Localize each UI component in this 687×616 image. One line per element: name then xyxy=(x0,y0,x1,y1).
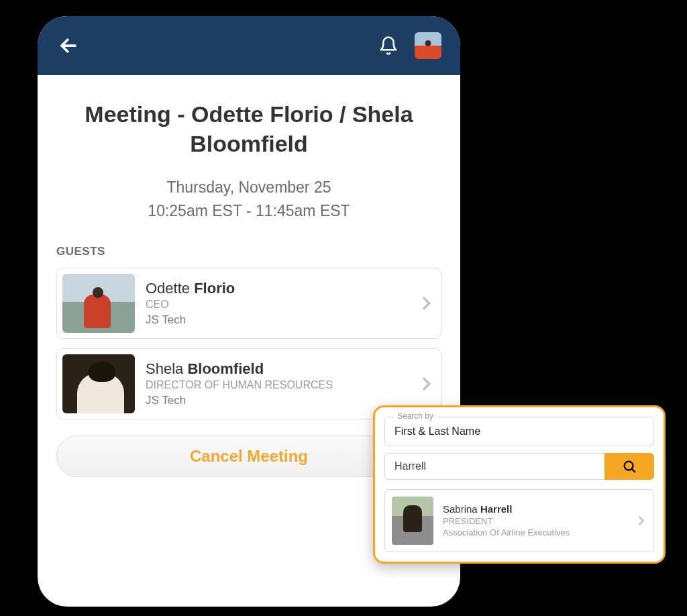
result-avatar xyxy=(392,497,433,545)
search-mode-select[interactable]: Search by First & Last Name xyxy=(384,417,654,446)
result-org: Association Of Airline Executives xyxy=(443,527,627,539)
back-button[interactable] xyxy=(56,34,81,58)
guest-company: JS Tech xyxy=(146,313,409,327)
svg-line-2 xyxy=(632,469,635,472)
search-mode-value: First & Last Name xyxy=(394,425,644,438)
chevron-right-icon xyxy=(417,297,431,310)
result-role: PRESIDENT xyxy=(443,516,627,526)
guest-name: Odette Florio xyxy=(146,280,409,297)
bell-icon xyxy=(378,36,399,56)
chevron-right-icon xyxy=(417,377,431,391)
guest-name: Shela Bloomfield xyxy=(146,360,409,378)
search-result-row[interactable]: Sabrina Harrell PRESIDENT Association Of… xyxy=(384,489,654,552)
arrow-left-icon xyxy=(58,36,78,56)
search-icon xyxy=(622,459,637,474)
header-actions xyxy=(378,32,441,59)
search-button[interactable] xyxy=(604,453,654,480)
guests-label: GUESTS xyxy=(56,245,441,258)
app-header xyxy=(38,16,460,75)
guest-avatar xyxy=(62,274,135,333)
guest-row[interactable]: Odette Florio CEO JS Tech xyxy=(56,268,441,339)
result-info: Sabrina Harrell PRESIDENT Association Of… xyxy=(443,503,627,539)
meeting-title: Meeting - Odette Florio / Shela Bloomfie… xyxy=(56,99,441,158)
guest-info: Odette Florio CEO JS Tech xyxy=(146,280,409,327)
search-input[interactable] xyxy=(384,453,604,480)
profile-avatar[interactable] xyxy=(415,32,441,59)
notifications-button[interactable] xyxy=(378,36,399,56)
search-row xyxy=(384,453,654,480)
meeting-date: Thursday, November 25 xyxy=(56,176,441,199)
guest-avatar xyxy=(62,354,135,413)
guest-role: DIRECTOR OF HUMAN RESOURCES xyxy=(146,379,409,391)
guest-info: Shela Bloomfield DIRECTOR OF HUMAN RESOU… xyxy=(146,360,409,407)
guest-role: CEO xyxy=(146,299,409,311)
chevron-right-icon xyxy=(635,516,644,525)
meeting-datetime: Thursday, November 25 10:25am EST - 11:4… xyxy=(56,176,441,222)
search-overlay: Search by First & Last Name Sabrina Harr… xyxy=(373,405,666,564)
result-name: Sabrina Harrell xyxy=(443,503,627,515)
search-mode-legend: Search by xyxy=(393,411,437,421)
meeting-time: 10:25am EST - 11:45am EST xyxy=(56,199,441,223)
guest-company: JS Tech xyxy=(146,394,409,407)
